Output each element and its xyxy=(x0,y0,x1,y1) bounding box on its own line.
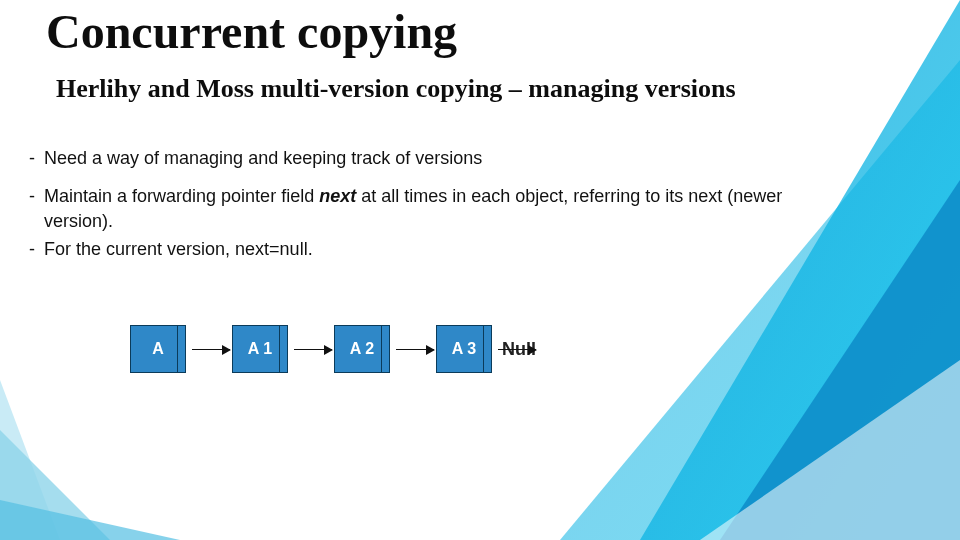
node-label: A 1 xyxy=(248,340,272,358)
next-pointer-arrow xyxy=(192,349,230,350)
slide-subtitle: Herlihy and Moss multi-version copying –… xyxy=(56,74,796,104)
next-pointer-arrow xyxy=(498,349,536,350)
version-node: A xyxy=(130,325,186,373)
node-label: A 2 xyxy=(350,340,374,358)
slide-title: Concurrent copying xyxy=(46,4,457,59)
node-label: A 3 xyxy=(452,340,476,358)
bullet-dash: - xyxy=(20,237,44,261)
bullet-text: Maintain a forwarding pointer field next… xyxy=(44,184,820,233)
svg-marker-5 xyxy=(0,430,110,540)
bullet-text: For the current version, next=null. xyxy=(44,237,820,261)
svg-marker-3 xyxy=(700,360,960,540)
bullet-list: - Need a way of managing and keeping tra… xyxy=(20,146,820,275)
next-pointer-arrow xyxy=(294,349,332,350)
bullet-dash: - xyxy=(20,146,44,170)
bullet-item: - Need a way of managing and keeping tra… xyxy=(20,146,820,170)
next-pointer-arrow xyxy=(396,349,434,350)
svg-marker-4 xyxy=(0,380,60,540)
version-node: A 3 xyxy=(436,325,492,373)
svg-marker-0 xyxy=(560,60,960,540)
bullet-item: - Maintain a forwarding pointer field ne… xyxy=(20,184,820,233)
version-node: A 2 xyxy=(334,325,390,373)
slide: Concurrent copying Herlihy and Moss mult… xyxy=(0,0,960,540)
bullet-text: Need a way of managing and keeping track… xyxy=(44,146,820,170)
bullet-dash: - xyxy=(20,184,44,208)
version-node: A 1 xyxy=(232,325,288,373)
bullet-item: - For the current version, next=null. xyxy=(20,237,820,261)
node-label: A xyxy=(152,340,164,358)
svg-marker-6 xyxy=(0,500,180,540)
version-chain-diagram: A A 1 A 2 A 3 Null xyxy=(130,325,536,373)
